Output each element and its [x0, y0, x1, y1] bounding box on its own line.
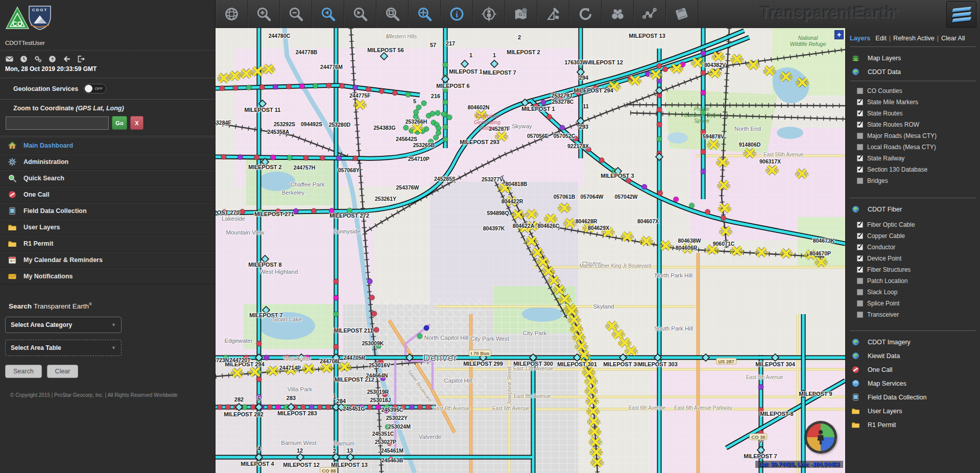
sidebar-item-administration[interactable]: Administration	[0, 154, 215, 170]
svg-text:R: R	[607, 84, 611, 89]
toggle-state-label: OFF	[94, 86, 103, 91]
svg-text:R: R	[259, 370, 262, 375]
pan-tool-button[interactable]	[409, 0, 441, 28]
route-profile-tool-button[interactable]	[634, 0, 666, 28]
layer-checkbox-copper-cable[interactable]: Copper Cable	[846, 230, 980, 242]
sidebar-item-user-layers[interactable]: User Layers	[0, 219, 215, 235]
select-area-table-dropdown[interactable]: Select Area Table▼	[5, 340, 122, 356]
svg-text:R: R	[592, 226, 596, 231]
layer-checkbox-local-roads-mesa-cty-[interactable]: Local Roads (Mesa CTY)	[846, 141, 980, 153]
search-icon	[8, 174, 17, 183]
sidebar-item-r1-permit[interactable]: R1 Permit	[0, 235, 215, 252]
history-icon[interactable]	[19, 55, 28, 63]
svg-text:R: R	[364, 103, 367, 108]
layer-checkbox-major-roads-mesa-cty-[interactable]: Major Roads (Mesa CTY)	[846, 130, 980, 141]
map-viewport[interactable]: RRRRRRRRRRRRRRRRRRRRRRRRRRRRRRRRRRRRRRRR…	[216, 28, 845, 473]
mail-icon[interactable]	[5, 55, 14, 63]
layer-group-cdot-data[interactable]: CDOT Data	[846, 65, 980, 79]
svg-text:R: R	[638, 79, 642, 84]
layer-checkbox-slack-loop[interactable]: Slack Loop	[846, 287, 980, 298]
layers-link-refresh-active[interactable]: Refresh Active	[893, 35, 935, 42]
zoom-window-tool-button[interactable]	[376, 0, 409, 28]
measure-draw-tool-button[interactable]	[537, 0, 569, 28]
layer-group-field-data-collection[interactable]: Field Data Collection	[846, 390, 980, 404]
help-icon[interactable]: ?	[48, 55, 57, 63]
street-view-tool-button[interactable]	[473, 0, 505, 28]
layer-group-cdot-imagery[interactable]: CDOT Imagery	[846, 335, 980, 349]
zoom-out-tool-button[interactable]	[280, 0, 312, 28]
go-button[interactable]: Go	[112, 116, 127, 130]
sidebar-item-my-notifications[interactable]: My Notifications	[0, 268, 215, 285]
pan-icon	[417, 6, 433, 22]
layer-checkbox-fiber-structures[interactable]: Fiber Structures	[846, 264, 980, 275]
layer-checkbox-transceiver[interactable]: Transceiver	[846, 309, 980, 320]
coordinate-input[interactable]	[6, 116, 109, 130]
sidebar-item-one-call[interactable]: One Call	[0, 186, 215, 203]
svg-text:R: R	[575, 309, 579, 314]
svg-text:R: R	[601, 460, 604, 465]
layer-checkbox-conductor[interactable]: Conductor	[846, 242, 980, 253]
clear-coordinate-button[interactable]: X	[130, 116, 144, 130]
legend-book-tool-button[interactable]	[666, 0, 698, 28]
layer-group-one-call[interactable]: One Call	[846, 363, 980, 376]
sidebar-item-main-dashboard[interactable]: Main Dashboard	[0, 137, 215, 154]
identify-tool-button[interactable]: i	[441, 0, 473, 28]
globe-tool-button[interactable]	[216, 0, 248, 28]
layer-checkbox-device-point[interactable]: Device Point	[846, 253, 980, 264]
layer-checkbox-splice-point[interactable]: Splice Point	[846, 298, 980, 309]
sidebar-item-quick-search[interactable]: Quick Search	[0, 170, 215, 186]
folder-icon	[8, 223, 17, 232]
layers-panel-toggle-button[interactable]	[946, 1, 976, 28]
zoom-plus-button[interactable]: +	[834, 30, 844, 39]
street-view-compass-control[interactable]	[805, 421, 836, 453]
layer-checkbox-state-routes-row[interactable]: State Routes ROW	[846, 119, 980, 130]
back-arrow-icon[interactable]	[62, 55, 71, 63]
layer-group-user-layers[interactable]: User Layers	[846, 404, 980, 418]
layer-group-kiewit-data[interactable]: Kiewit Data	[846, 349, 980, 363]
zoom-next-tool-button[interactable]	[344, 0, 376, 28]
layer-group-r1-permit[interactable]: R1 Permit	[846, 418, 980, 432]
home-icon	[8, 141, 17, 150]
layer-checkbox-bridges[interactable]: Bridges	[846, 175, 980, 186]
layer-group-cdot-fiber[interactable]: CDOT Fiber	[846, 202, 980, 216]
svg-text:?: ?	[51, 57, 54, 62]
svg-text:R: R	[553, 288, 556, 293]
layer-group-label: Map Services	[868, 380, 906, 387]
select-area-category-dropdown[interactable]: Select Area Category▼	[5, 317, 122, 333]
layers-link-edit[interactable]: Edit	[875, 35, 887, 42]
layer-checkbox-state-mile-markers[interactable]: State Mile Markers	[846, 97, 980, 108]
svg-text:R: R	[628, 79, 632, 84]
svg-text:R: R	[681, 246, 684, 251]
svg-text:R: R	[592, 370, 596, 375]
settings-gears-icon[interactable]	[34, 55, 42, 63]
layer-checkbox-state-routes[interactable]: State Routes	[846, 108, 980, 119]
svg-text:R: R	[622, 332, 626, 337]
google-maps-tool-button[interactable]: G	[505, 0, 537, 28]
layer-checkbox-section-130-database[interactable]: Section 130 Database	[846, 164, 980, 175]
search-button[interactable]: Search	[5, 365, 42, 378]
geolocation-toggle[interactable]: OFF	[84, 84, 106, 93]
svg-text:R: R	[595, 399, 599, 404]
layer-checkbox-co-counties[interactable]: CO Counties	[846, 85, 980, 97]
clear-button[interactable]: Clear	[47, 365, 79, 378]
layer-checkbox-state-railway[interactable]: State Railway	[846, 153, 980, 164]
find-tool-button[interactable]	[602, 0, 634, 28]
zoom-previous-tool-button[interactable]	[312, 0, 344, 28]
tablet-icon	[851, 393, 860, 401]
layers-title[interactable]: Layers	[850, 35, 870, 42]
layer-group-map-services[interactable]: Map Services	[846, 376, 980, 390]
layer-checkbox-patch-location[interactable]: Patch Location	[846, 275, 980, 287]
geolocation-label: Geolocation Services	[13, 85, 78, 92]
logout-icon[interactable]	[77, 55, 85, 63]
sidebar-item-my-calendar-reminders[interactable]: My Calendar & Reminders	[0, 252, 215, 268]
refresh-tool-button[interactable]	[569, 0, 602, 28]
layers-link-clear-all[interactable]: Clear All	[941, 35, 965, 42]
layer-checkbox-fiber-optic-cable[interactable]: Fiber Optic Cable	[846, 219, 980, 230]
svg-text:R: R	[583, 335, 586, 340]
zoom-in-tool-button[interactable]	[248, 0, 280, 28]
layer-group-map-layers[interactable]: Map Layers	[846, 51, 980, 65]
svg-text:R: R	[228, 74, 232, 79]
sidebar-item-field-data-collection[interactable]: Field Data Collection	[0, 203, 215, 219]
zoom-next-icon	[352, 6, 368, 22]
geolocation-row: Geolocation Services OFF	[0, 78, 215, 100]
